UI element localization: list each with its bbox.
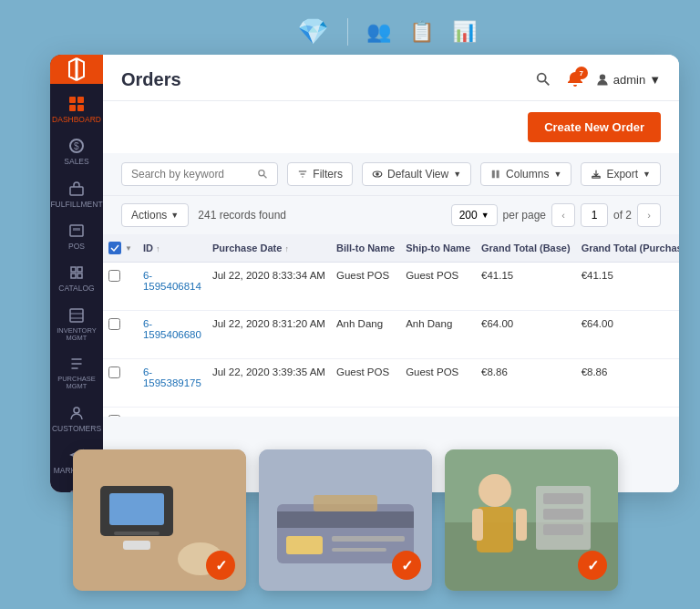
td-checkbox[interactable]	[103, 311, 138, 359]
sidebar-item-pos[interactable]: POS	[50, 214, 103, 256]
prev-page-button[interactable]: ‹	[551, 203, 575, 227]
sidebar-item-fulfillment-label: FULFILLMENT	[50, 201, 102, 209]
td-grand-total-purchased: €8.86	[576, 359, 679, 408]
current-page-input[interactable]	[581, 203, 608, 227]
admin-chevron-icon: ▼	[649, 73, 661, 87]
svg-rect-33	[109, 493, 164, 525]
th-purchase-date[interactable]: Purchase Date ↑	[207, 234, 331, 263]
eye-icon	[372, 169, 383, 180]
sidebar-item-pos-label: POS	[68, 243, 85, 251]
sidebar-item-purchase[interactable]: PURCHASE MGMT	[50, 347, 103, 397]
td-id: 6-1595406680	[138, 311, 207, 359]
admin-menu-button[interactable]: admin ▼	[595, 72, 661, 87]
table-row[interactable]: 6-1595389149 Jul 22, 2020 3:39:09 AM Gue…	[103, 408, 679, 418]
th-grand-total-purchased[interactable]: Grand Total (Purchased)	[576, 234, 679, 263]
filters-button[interactable]: Filters	[287, 162, 353, 186]
svg-rect-10	[70, 309, 83, 322]
view-chevron-icon: ▼	[453, 170, 461, 179]
td-checkbox[interactable]	[103, 359, 138, 408]
icon-divider	[347, 18, 348, 46]
create-order-button[interactable]: Create New Order	[528, 112, 661, 142]
table-row[interactable]: 6-1595389175 Jul 22, 2020 3:39:35 AM Gue…	[103, 359, 679, 408]
search-input[interactable]	[131, 168, 252, 181]
bottom-cards: ✓ ✓	[73, 449, 618, 591]
notification-count: 7	[575, 67, 588, 79]
th-ship-to[interactable]: Ship-to Name	[400, 234, 476, 263]
svg-rect-34	[114, 532, 160, 535]
td-ship-to: Guest POS	[400, 359, 476, 408]
create-order-section: Create New Order	[103, 101, 679, 153]
td-grand-total-purchased: €64.00	[576, 311, 679, 359]
svg-rect-43	[314, 495, 377, 511]
actions-chevron-icon: ▼	[170, 211, 179, 220]
svg-rect-3	[69, 105, 76, 111]
th-id[interactable]: ID ↑	[138, 234, 207, 263]
export-icon	[591, 169, 602, 180]
td-purchase-date: Jul 22, 2020 8:31:20 AM	[207, 311, 331, 359]
filters-label: Filters	[313, 168, 343, 181]
svg-point-27	[376, 173, 378, 175]
table-row[interactable]: 6-1595406814 Jul 22, 2020 8:33:34 AM Gue…	[103, 263, 679, 311]
image-card-2: ✓	[259, 449, 432, 591]
th-bill-to[interactable]: Bill-to Name	[331, 234, 400, 263]
card-1-check-badge: ✓	[206, 551, 235, 580]
th-grand-total-base[interactable]: Grand Total (Base)	[476, 234, 576, 263]
next-page-button[interactable]: ›	[637, 203, 661, 227]
table-header-row: ▼ ID ↑ Purchase Date ↑ Bill-to Name Ship…	[103, 234, 679, 263]
svg-rect-49	[543, 524, 583, 535]
sidebar-item-catalog-label: CATALOG	[58, 284, 94, 293]
svg-rect-53	[516, 509, 527, 541]
svg-text:$: $	[74, 141, 79, 151]
card-3-check-badge: ✓	[578, 551, 607, 580]
row-checkbox[interactable]	[108, 366, 120, 378]
td-checkbox[interactable]	[103, 408, 138, 418]
td-checkbox[interactable]	[103, 263, 138, 311]
export-button[interactable]: Export ▼	[581, 162, 661, 186]
svg-line-19	[545, 81, 550, 86]
export-chevron-icon: ▼	[643, 170, 651, 179]
row-checkbox[interactable]	[108, 415, 120, 417]
sidebar-item-dashboard-label: DASHBOARD	[52, 116, 101, 124]
columns-icon	[490, 169, 501, 180]
search-box	[121, 162, 278, 186]
svg-rect-39	[277, 511, 414, 528]
sidebar-item-inventory-label: INVENTORY MGMT	[54, 327, 99, 343]
svg-rect-9	[73, 228, 80, 231]
notification-bell[interactable]: 7	[566, 70, 584, 88]
per-page-select[interactable]: 200 ▼	[451, 204, 498, 226]
logo[interactable]	[50, 55, 103, 84]
svg-rect-48	[543, 509, 583, 520]
sidebar-item-inventory[interactable]: INVENTORY MGMT	[50, 299, 103, 348]
actions-button[interactable]: Actions ▼	[121, 203, 189, 227]
records-found: 241 records found	[198, 209, 286, 222]
row-checkbox[interactable]	[108, 270, 120, 282]
table-row[interactable]: 6-1595406680 Jul 22, 2020 8:31:20 AM Anh…	[103, 311, 679, 359]
svg-rect-7	[70, 187, 83, 195]
top-decorative-icons: 💎 👥 📋 📊	[0, 0, 700, 56]
td-grand-total-purchased: €25.33	[576, 408, 679, 418]
td-purchase-date: Jul 22, 2020 3:39:09 AM	[207, 408, 331, 418]
svg-point-20	[600, 74, 605, 79]
table-container: ▼ ID ↑ Purchase Date ↑ Bill-to Name Ship…	[103, 234, 679, 417]
sidebar-item-sales[interactable]: $ SALES	[50, 129, 103, 171]
td-bill-to: Guest POS	[331, 359, 400, 408]
td-grand-total-base: €64.00	[476, 311, 576, 359]
table-body: 6-1595406814 Jul 22, 2020 8:33:34 AM Gue…	[103, 263, 679, 418]
search-button[interactable]	[531, 67, 555, 91]
row-checkbox[interactable]	[108, 318, 120, 330]
select-all-checkbox[interactable]	[108, 242, 121, 254]
svg-rect-4	[77, 105, 84, 111]
svg-point-13	[74, 408, 79, 413]
view-button[interactable]: Default View ▼	[362, 162, 471, 186]
sidebar-item-customers[interactable]: CUSTOMERS	[50, 397, 103, 439]
actions-bar: Actions ▼ 241 records found 200 ▼ per pa…	[103, 196, 679, 234]
columns-button[interactable]: Columns ▼	[480, 162, 571, 186]
total-pages-label: of 2	[613, 209, 632, 222]
per-page-value: 200	[459, 209, 478, 222]
content-area: Orders 7 admin ▼	[103, 55, 679, 492]
td-grand-total-base: €8.86	[476, 359, 576, 408]
sidebar-item-fulfillment[interactable]: FULFILLMENT	[50, 172, 103, 214]
sidebar-item-catalog[interactable]: CATALOG	[50, 256, 103, 298]
sidebar-item-dashboard[interactable]: DASHBOARD	[50, 88, 103, 129]
svg-rect-2	[77, 97, 84, 103]
